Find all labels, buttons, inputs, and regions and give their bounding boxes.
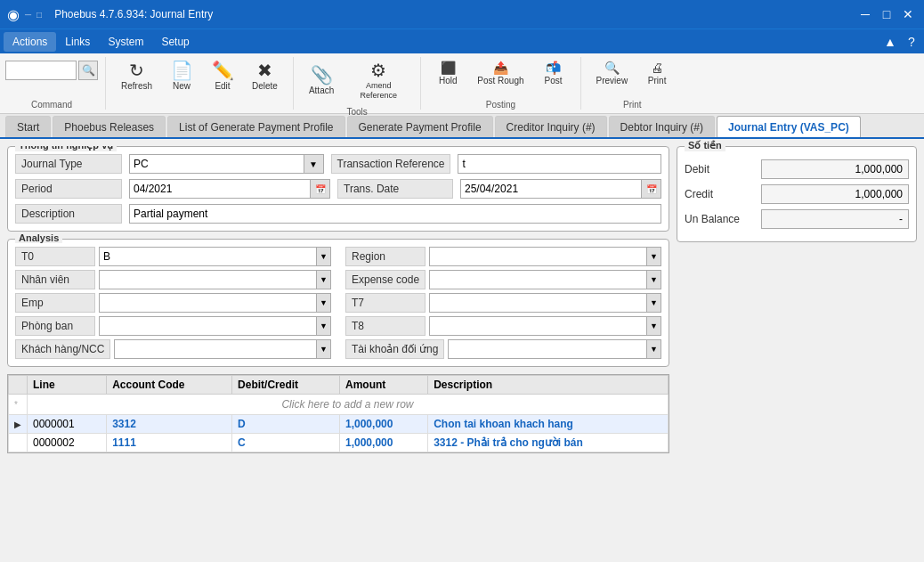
tab-generate[interactable]: Generate Payment Profile <box>347 116 493 137</box>
row1-description: Chon tai khoan khach hang <box>428 415 669 434</box>
credit-input[interactable] <box>761 184 909 204</box>
title-bar-left: ◉ ─ □ Phoebus 4.7.6.934: Journal Entry <box>7 6 213 23</box>
window-title: Phoebus 4.7.6.934: Journal Entry <box>54 8 213 20</box>
emp-dropdown[interactable]: ▼ <box>317 293 331 313</box>
emp-input[interactable] <box>99 293 317 313</box>
row2-line: 0000002 <box>28 434 107 452</box>
help-button[interactable]: ? <box>903 33 920 51</box>
t0-dropdown[interactable]: ▼ <box>317 247 331 266</box>
tai-khoan-dropdown[interactable]: ▼ <box>647 339 661 359</box>
refresh-button[interactable]: ↻ Refresh <box>113 57 160 95</box>
edit-icon: ✏️ <box>212 61 234 79</box>
tab-debtor[interactable]: Debtor Inquiry (#) <box>609 116 715 137</box>
title-bar: ◉ ─ □ Phoebus 4.7.6.934: Journal Entry ─… <box>0 0 924 29</box>
table-row[interactable]: 0000002 1111 C 1,000,000 3312 - Phải trả… <box>9 434 669 452</box>
phong-ban-dropdown[interactable]: ▼ <box>317 316 331 336</box>
journal-type-dropdown[interactable]: ▼ <box>304 154 324 174</box>
expense-code-input-wrap: ▼ <box>429 270 661 289</box>
row2-description: 3312 - Phải trả cho người bán <box>428 434 669 452</box>
tab-creditor[interactable]: Creditor Inquiry (#) <box>495 116 607 137</box>
tab-list-generate[interactable]: List of Generate Payment Profile <box>167 116 344 137</box>
attach-button[interactable]: 📎 Attach <box>301 57 342 105</box>
tai-khoan-input[interactable] <box>448 339 647 359</box>
debit-label: Debit <box>685 163 756 175</box>
edit-button[interactable]: ✏️ Edit <box>203 57 242 95</box>
khach-hang-dropdown[interactable]: ▼ <box>317 339 331 359</box>
business-info-section: Thông tin nghiệp vụ Journal Type ▼ Trans… <box>7 146 669 232</box>
debit-input[interactable] <box>761 159 909 179</box>
phong-ban-input[interactable] <box>99 316 317 336</box>
t8-label: T8 <box>345 316 426 336</box>
attach-icon: 📎 <box>311 66 333 84</box>
menu-item-setup[interactable]: Setup <box>152 32 198 52</box>
new-button[interactable]: 📄 New <box>162 57 201 95</box>
un-balance-input[interactable] <box>761 209 909 229</box>
nhan-vien-label: Nhân viên <box>15 270 95 289</box>
t7-input[interactable] <box>429 293 647 313</box>
amend-ref-button[interactable]: ⚙ Amend Reference <box>344 57 413 105</box>
maximize-button[interactable]: □ <box>878 5 896 23</box>
t8-dropdown[interactable]: ▼ <box>647 316 661 336</box>
nhan-vien-input[interactable] <box>99 270 317 289</box>
period-input[interactable] <box>129 179 311 199</box>
nhan-vien-dropdown[interactable]: ▼ <box>317 270 331 289</box>
search-button[interactable]: 🔍 <box>78 61 98 80</box>
t8-input[interactable] <box>429 316 647 336</box>
period-calendar-btn[interactable]: 📅 <box>311 179 330 199</box>
tab-journal-entry[interactable]: Journal Entry (VAS_PC) <box>717 116 861 137</box>
credit-label: Credit <box>685 188 756 200</box>
region-input[interactable] <box>429 247 647 266</box>
t0-input-wrap: ▼ <box>99 247 331 266</box>
tai-khoan-input-wrap: ▼ <box>448 339 661 359</box>
description-label: Description <box>15 204 122 224</box>
menu-item-links[interactable]: Links <box>56 32 99 52</box>
khach-hang-input-wrap: ▼ <box>114 339 331 359</box>
region-dropdown[interactable]: ▼ <box>647 247 661 266</box>
print-button[interactable]: 🖨 Print <box>637 57 677 90</box>
expense-code-dropdown[interactable]: ▼ <box>647 270 661 289</box>
minimize-button[interactable]: ─ <box>856 5 874 23</box>
emp-row: Emp ▼ <box>15 293 331 313</box>
journal-type-row: Journal Type ▼ Transaction Reference <box>15 154 661 174</box>
collapse-button[interactable]: ▲ <box>881 33 899 51</box>
command-buttons: ↻ Refresh 📄 New ✏️ Edit ✖ Delete <box>113 57 286 95</box>
posting-group: ⬛ Hold 📤 Post Rough 📬 Post Posting <box>428 57 580 110</box>
analysis-title: Analysis <box>15 232 62 243</box>
menu-item-actions[interactable]: Actions <box>4 32 56 52</box>
menu-item-system[interactable]: System <box>99 32 152 52</box>
expense-code-label: Expense code <box>345 270 426 289</box>
debit-row: Debit <box>685 159 909 179</box>
money-section: Số tiền Debit Credit Un Balance <box>677 146 917 242</box>
post-button[interactable]: 📬 Post <box>534 57 573 90</box>
preview-button[interactable]: 🔍 Preview <box>588 57 636 90</box>
menu-bar: Actions Links System Setup ▲ ? <box>0 29 924 53</box>
description-input[interactable] <box>129 204 661 224</box>
delete-button[interactable]: ✖ Delete <box>244 57 286 95</box>
t7-row: T7 ▼ <box>345 293 661 313</box>
expense-code-input[interactable] <box>429 270 647 289</box>
t7-dropdown[interactable]: ▼ <box>647 293 661 313</box>
post-rough-button[interactable]: 📤 Post Rough <box>469 57 531 90</box>
tab-phoebus-releases[interactable]: Phoebus Releases <box>53 116 166 137</box>
trans-date-calendar-btn[interactable]: 📅 <box>642 179 661 199</box>
trans-date-input[interactable] <box>460 179 642 199</box>
posting-buttons: ⬛ Hold 📤 Post Rough 📬 Post <box>428 57 572 90</box>
journal-type-input[interactable] <box>129 154 304 174</box>
hold-button[interactable]: ⬛ Hold <box>428 57 467 90</box>
period-row: Period 📅 Trans. Date 📅 <box>15 179 661 199</box>
print-icon: 🖨 <box>651 61 663 74</box>
t0-input[interactable] <box>99 247 317 266</box>
row1-line: 0000001 <box>28 415 107 434</box>
new-row-hint-row[interactable]: * Click here to add a new row <box>9 395 669 415</box>
close-button[interactable]: ✕ <box>899 5 917 23</box>
emp-input-wrap: ▼ <box>99 293 331 313</box>
search-input[interactable] <box>5 61 77 80</box>
tab-start[interactable]: Start <box>5 116 51 137</box>
trans-date-label: Trans. Date <box>337 179 453 199</box>
khach-hang-input[interactable] <box>114 339 317 359</box>
table-row[interactable]: ▶ 0000001 3312 D 1,000,000 Chon tai khoa… <box>9 415 669 434</box>
col-debit-credit: Debit/Credit <box>232 376 340 395</box>
col-line-num: Line <box>28 376 107 395</box>
trans-ref-input[interactable] <box>458 154 661 174</box>
new-row-hint[interactable]: Click here to add a new row <box>28 395 669 415</box>
